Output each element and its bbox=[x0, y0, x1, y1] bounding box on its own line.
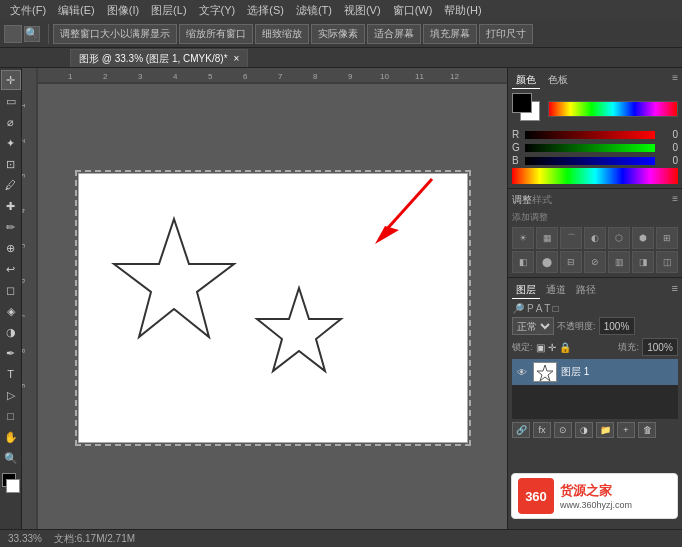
brush-tool[interactable]: ✏ bbox=[1, 217, 21, 237]
menu-item-image[interactable]: 图像(I) bbox=[101, 3, 145, 18]
lasso-tool[interactable]: ⌀ bbox=[1, 112, 21, 132]
zoom-tool-icon[interactable] bbox=[4, 25, 22, 43]
photo-filter-adj[interactable]: ⬤ bbox=[536, 251, 558, 273]
menu-item-help[interactable]: 帮助(H) bbox=[438, 3, 487, 18]
color-gradient-bar[interactable] bbox=[512, 168, 678, 184]
history-brush-tool[interactable]: ↩ bbox=[1, 259, 21, 279]
lock-pos-icon[interactable]: ✛ bbox=[548, 342, 556, 353]
fit-window-btn[interactable]: 调整窗口大小以满屏显示 bbox=[53, 24, 177, 44]
opacity-input[interactable] bbox=[599, 317, 635, 335]
g-value: 0 bbox=[658, 142, 678, 153]
swatches-tab[interactable]: 色板 bbox=[544, 72, 572, 89]
color-spectrum-bar[interactable] bbox=[548, 101, 678, 117]
layer-visibility-icon[interactable]: 👁 bbox=[515, 365, 529, 379]
paths-tab[interactable]: 路径 bbox=[572, 282, 600, 299]
menu-item-filter[interactable]: 滤镜(T) bbox=[290, 3, 338, 18]
background-color[interactable] bbox=[6, 479, 20, 493]
menu-item-select[interactable]: 选择(S) bbox=[241, 3, 290, 18]
layer-style-btn[interactable]: fx bbox=[533, 422, 551, 438]
menu-item-file[interactable]: 文件(F) bbox=[4, 3, 52, 18]
lock-all-icon[interactable]: 🔒 bbox=[559, 342, 571, 353]
adjustment-layer-btn[interactable]: ◑ bbox=[575, 422, 593, 438]
hand-tool[interactable]: ✋ bbox=[1, 427, 21, 447]
menu-item-window[interactable]: 窗口(W) bbox=[387, 3, 439, 18]
magic-wand-tool[interactable]: ✦ bbox=[1, 133, 21, 153]
large-star bbox=[109, 214, 239, 344]
exposure-adj[interactable]: ◐ bbox=[584, 227, 606, 249]
fine-zoom-btn[interactable]: 细致缩放 bbox=[255, 24, 309, 44]
zoom-tool[interactable]: 🔍 bbox=[1, 448, 21, 468]
ruler-v-svg: 1 2 3 4 5 6 7 8 9 bbox=[22, 68, 38, 547]
spectrum-container bbox=[548, 101, 678, 117]
filter-text-icon[interactable]: T bbox=[544, 303, 550, 314]
eraser-tool[interactable]: ◻ bbox=[1, 280, 21, 300]
fill-input[interactable] bbox=[642, 338, 678, 356]
select-rect-tool[interactable]: ▭ bbox=[1, 91, 21, 111]
new-layer-btn[interactable]: + bbox=[617, 422, 635, 438]
fit-screen-btn[interactable]: 适合屏幕 bbox=[367, 24, 421, 44]
path-select-tool[interactable]: ▷ bbox=[1, 385, 21, 405]
foreground-swatch[interactable] bbox=[512, 93, 532, 113]
b-value: 0 bbox=[658, 155, 678, 166]
fill-screen-btn[interactable]: 填充屏幕 bbox=[423, 24, 477, 44]
gradient-tool[interactable]: ◈ bbox=[1, 301, 21, 321]
clone-tool[interactable]: ⊕ bbox=[1, 238, 21, 258]
text-tool[interactable]: T bbox=[1, 364, 21, 384]
delete-layer-btn[interactable]: 🗑 bbox=[638, 422, 656, 438]
b-slider[interactable] bbox=[525, 157, 655, 165]
shape-tool[interactable]: □ bbox=[1, 406, 21, 426]
channels-tab[interactable]: 通道 bbox=[542, 282, 570, 299]
posterize-adj[interactable]: ▥ bbox=[608, 251, 630, 273]
menu-item-view[interactable]: 视图(V) bbox=[338, 3, 387, 18]
brightness-adj[interactable]: ☀ bbox=[512, 227, 534, 249]
print-size-btn[interactable]: 打印尺寸 bbox=[479, 24, 533, 44]
color-balance-adj[interactable]: ⊞ bbox=[656, 227, 678, 249]
r-slider[interactable] bbox=[525, 131, 655, 139]
filter-adj-icon[interactable]: A bbox=[536, 303, 543, 314]
pen-tool[interactable]: ✒ bbox=[1, 343, 21, 363]
lock-pixel-icon[interactable]: ▣ bbox=[536, 342, 545, 353]
blend-mode-select[interactable]: 正常 bbox=[512, 317, 554, 335]
hue-adj[interactable]: ⬢ bbox=[632, 227, 654, 249]
zoom-all-btn[interactable]: 缩放所有窗口 bbox=[179, 24, 253, 44]
svg-marker-29 bbox=[537, 365, 553, 381]
black-white-adj[interactable]: ◧ bbox=[512, 251, 534, 273]
ruler-h-svg: 1 2 3 4 5 6 7 8 9 10 11 12 bbox=[38, 68, 507, 84]
heal-tool[interactable]: ✚ bbox=[1, 196, 21, 216]
actual-pixels-btn[interactable]: 实际像素 bbox=[311, 24, 365, 44]
invert-adj[interactable]: ⊘ bbox=[584, 251, 606, 273]
link-layers-btn[interactable]: 🔗 bbox=[512, 422, 530, 438]
menu-item-edit[interactable]: 编辑(E) bbox=[52, 3, 101, 18]
menu-item-layer[interactable]: 图层(L) bbox=[145, 3, 192, 18]
crop-tool[interactable]: ⊡ bbox=[1, 154, 21, 174]
layer-mask-btn[interactable]: ⊙ bbox=[554, 422, 572, 438]
close-tab-icon[interactable]: × bbox=[234, 53, 240, 64]
zoom-in-icon[interactable]: 🔍 bbox=[24, 26, 40, 42]
gradient-map-adj[interactable]: ◫ bbox=[656, 251, 678, 273]
curves-adj[interactable]: ⌒ bbox=[560, 227, 582, 249]
move-tool[interactable]: ✛ bbox=[1, 70, 21, 90]
canvas-tab[interactable]: 图形 @ 33.3% (图层 1, CMYK/8)* × bbox=[70, 49, 248, 67]
menu-item-text[interactable]: 文字(Y) bbox=[193, 3, 242, 18]
watermark-text: 货源之家 www.360hyzj.com bbox=[560, 482, 632, 510]
vibrance-adj[interactable]: ⬡ bbox=[608, 227, 630, 249]
document-canvas[interactable] bbox=[78, 173, 468, 443]
g-slider[interactable] bbox=[525, 144, 655, 152]
main-area: ✛ ▭ ⌀ ✦ ⊡ 🖊 ✚ ✏ ⊕ ↩ ◻ ◈ ◑ ✒ T ▷ □ ✋ 🔍 1 bbox=[0, 68, 682, 547]
color-tab[interactable]: 颜色 bbox=[512, 72, 540, 89]
layer-row-1[interactable]: 👁 图层 1 bbox=[512, 359, 678, 385]
filter-shape-icon[interactable]: □ bbox=[552, 303, 558, 314]
channel-mix-adj[interactable]: ⊟ bbox=[560, 251, 582, 273]
new-group-btn[interactable]: 📁 bbox=[596, 422, 614, 438]
filter-pixel-icon[interactable]: P bbox=[527, 303, 534, 314]
layers-panel-menu[interactable]: ≡ bbox=[672, 282, 678, 299]
adj-panel-menu[interactable]: ≡ bbox=[672, 193, 678, 207]
layers-tab[interactable]: 图层 bbox=[512, 282, 540, 299]
color-panel-menu[interactable]: ≡ bbox=[672, 72, 678, 89]
threshold-adj[interactable]: ◨ bbox=[632, 251, 654, 273]
dodge-tool[interactable]: ◑ bbox=[1, 322, 21, 342]
svg-text:6: 6 bbox=[22, 278, 27, 283]
levels-adj[interactable]: ▦ bbox=[536, 227, 558, 249]
eyedropper-tool[interactable]: 🖊 bbox=[1, 175, 21, 195]
status-bar: 33.33% 文档:6.17M/2.71M bbox=[0, 529, 682, 547]
